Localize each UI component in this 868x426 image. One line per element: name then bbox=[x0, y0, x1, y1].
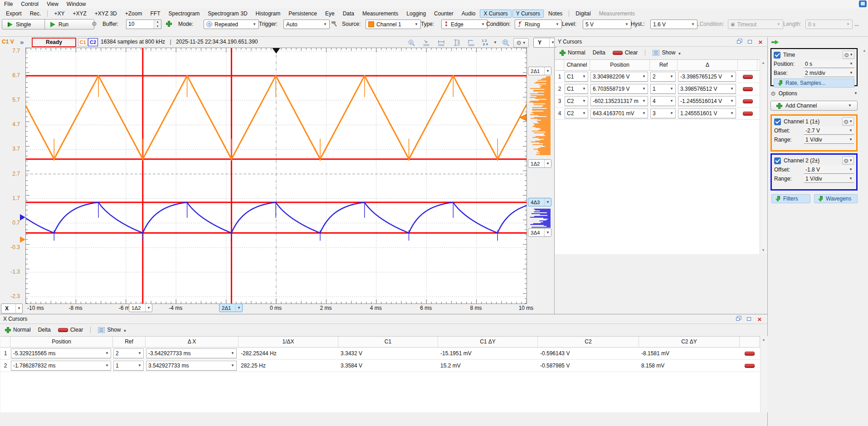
x-cursor-dx-select[interactable]: -3.542927733 ms▼ bbox=[146, 348, 237, 358]
source-select[interactable]: Channel 1 ▼ bbox=[366, 20, 421, 29]
trigger-setup-icon[interactable] bbox=[331, 20, 338, 29]
more-options[interactable]: ... bbox=[854, 18, 859, 30]
x-cursors-title[interactable]: X Cursors bbox=[0, 314, 767, 324]
x-cursor-dx-select[interactable]: 3.542927733 ms▼ bbox=[146, 361, 237, 371]
y-cursor-position-select[interactable]: -602.135231317 m▼ bbox=[590, 96, 648, 106]
run-button[interactable]: Run bbox=[44, 19, 94, 29]
time-position-select[interactable]: 0 s▼ bbox=[804, 60, 854, 68]
y-cursor-delta-select[interactable]: -1.2455516014 V▼ bbox=[678, 96, 736, 106]
x-add-normal-button[interactable]: Normal bbox=[3, 326, 33, 334]
tab--xy[interactable]: +XY bbox=[50, 10, 68, 18]
channel1-offset-select[interactable]: -2.7 V▼ bbox=[804, 127, 854, 135]
tab-y-cursors[interactable]: Y Cursors bbox=[512, 10, 544, 18]
y-cursor-position-select[interactable]: 643.4163701 mV▼ bbox=[590, 108, 648, 118]
y-cursor-ref-select[interactable]: 2▼ bbox=[650, 72, 676, 82]
y-cursor-remove-button[interactable] bbox=[743, 75, 753, 79]
mode-select[interactable]: ◷ Repeated ▼ bbox=[204, 20, 259, 29]
y-cursor-delta-select[interactable]: 1.245551601 V▼ bbox=[678, 108, 736, 118]
channel1-badge[interactable]: C1 bbox=[78, 38, 88, 46]
corner-measure-icon[interactable] bbox=[466, 38, 476, 47]
restore-icon[interactable] bbox=[735, 39, 743, 45]
tab-data[interactable]: Data bbox=[339, 10, 358, 18]
plot-settings-button[interactable]: ⚙▼ bbox=[513, 38, 529, 48]
buffer-spin-arrows[interactable]: ▲▼ bbox=[154, 20, 161, 29]
tab--zoom[interactable]: +Zoom bbox=[122, 10, 146, 18]
x-restore-icon[interactable] bbox=[734, 316, 742, 322]
options-row[interactable]: ⚙ Options ▼ bbox=[770, 89, 858, 98]
tab-counter[interactable]: Counter bbox=[430, 10, 457, 18]
y-clear-button[interactable]: Clear bbox=[610, 49, 640, 57]
y-cursor-channel-select[interactable]: C2▼ bbox=[565, 108, 588, 118]
hysteresis-select[interactable]: 1.6 V ▼ bbox=[650, 20, 697, 29]
cursor-handle-2δ1[interactable]: 2Δ1▼ bbox=[528, 67, 551, 75]
y-cursor-ref-select[interactable]: 1▼ bbox=[650, 84, 676, 94]
tab-fft[interactable]: FFT bbox=[146, 10, 164, 18]
type-select[interactable]: Edge ▼ bbox=[441, 20, 488, 29]
tab-notes[interactable]: Notes bbox=[545, 10, 566, 18]
y-cursor-channel-select[interactable]: C1▼ bbox=[565, 72, 588, 82]
x-show-button[interactable]: Show▼ bbox=[96, 326, 129, 334]
time-settings-button[interactable]: ⚙▼ bbox=[843, 51, 854, 59]
y-axis-button[interactable]: Y ▼ bbox=[533, 38, 556, 48]
x-clear-button[interactable]: Clear bbox=[56, 326, 86, 334]
y-show-button[interactable]: Show▼ bbox=[650, 49, 683, 57]
tab-export[interactable]: Export bbox=[2, 10, 25, 18]
filters-button[interactable]: Filters bbox=[771, 194, 810, 203]
lcondition-select[interactable]: ▣ Timeout ▼ bbox=[728, 20, 783, 29]
y-cursor-channel-select[interactable]: C1▼ bbox=[565, 84, 588, 94]
channel2-checkbox[interactable] bbox=[774, 157, 781, 164]
y-add-delta-button[interactable]: Delta bbox=[590, 49, 608, 57]
plot-canvas[interactable] bbox=[25, 48, 527, 304]
y-cursor-position-select[interactable]: 6.703558719 V▼ bbox=[590, 84, 648, 94]
tab-measurements[interactable]: Measurements bbox=[595, 10, 639, 18]
y-cursor-remove-button[interactable] bbox=[743, 87, 753, 91]
tab-x-cursors[interactable]: X Cursors bbox=[480, 10, 511, 18]
menu-view[interactable]: View bbox=[43, 0, 63, 9]
condition-select[interactable]: Rising ▼ bbox=[515, 20, 562, 29]
channel1-range-select[interactable]: 1 V/div▼ bbox=[804, 136, 854, 144]
cursor-handle-2δ1[interactable]: 2Δ1▼ bbox=[219, 304, 243, 312]
cursor-handle-3δ4[interactable]: 3Δ4▼ bbox=[528, 228, 551, 237]
tab-eye[interactable]: Eye bbox=[322, 10, 338, 18]
add-mode-icon[interactable] bbox=[166, 21, 172, 27]
channel2-offset-select[interactable]: -1.8 V▼ bbox=[804, 166, 854, 174]
x-cursor-ref-select[interactable]: 2▼ bbox=[113, 348, 144, 358]
x-cursor-position-select[interactable]: -5.329215565 ms▼ bbox=[11, 348, 111, 358]
channel2-range-select[interactable]: 1 V/div▼ bbox=[804, 175, 854, 183]
tab-spectrogram[interactable]: Spectrogram bbox=[165, 10, 203, 18]
y-cursor-channel-select[interactable]: C2▼ bbox=[565, 96, 588, 106]
x-cursors-scrollbar[interactable]: ▲ bbox=[760, 336, 768, 412]
buffer-gear-icon[interactable]: ⚙ bbox=[92, 21, 97, 27]
y-cursors-scrollbar[interactable]: ▲ ▼ bbox=[760, 59, 767, 254]
x-cursor-remove-button[interactable] bbox=[745, 364, 755, 368]
tab-spectrogram-3d[interactable]: Spectrogram 3D bbox=[204, 10, 251, 18]
tab-measurements[interactable]: Measurements bbox=[359, 10, 402, 18]
sidebar-collapse-icon[interactable] bbox=[771, 40, 779, 44]
y-add-normal-button[interactable]: Normal bbox=[557, 49, 588, 57]
y-cursor-position-select[interactable]: 3.304982206 V▼ bbox=[590, 72, 648, 82]
length-select[interactable]: 0 s ▼ bbox=[805, 20, 853, 29]
tab-logging[interactable]: Logging bbox=[403, 10, 429, 18]
tab-audio[interactable]: Audio bbox=[458, 10, 479, 18]
app-window-icon[interactable] bbox=[859, 0, 867, 7]
zoom-grid-icon[interactable] bbox=[501, 38, 511, 47]
tab-rec-[interactable]: Rec. bbox=[26, 10, 45, 18]
tab-digital[interactable]: Digital bbox=[572, 10, 594, 18]
vertical-measure-icon[interactable] bbox=[451, 38, 461, 47]
buffer-spinbox[interactable]: 10 ▲▼ bbox=[126, 20, 161, 29]
channel2-badge[interactable]: C2 bbox=[88, 38, 98, 46]
close-icon[interactable]: × bbox=[756, 39, 765, 45]
sidebar-scroll-up[interactable]: ▲ bbox=[863, 49, 866, 53]
y-cursor-ref-select[interactable]: 4▼ bbox=[650, 96, 676, 106]
pointer-measure-icon[interactable] bbox=[421, 38, 431, 47]
level-select[interactable]: 5 V ▼ bbox=[583, 20, 631, 29]
x-maximize-icon[interactable] bbox=[745, 316, 753, 322]
time-checkbox[interactable] bbox=[774, 52, 780, 59]
rate-samples-button[interactable]: Rate, Samples... bbox=[774, 78, 854, 88]
channel1-zero-marker[interactable] bbox=[20, 236, 25, 243]
channel1-settings-button[interactable]: ⚙▼ bbox=[842, 118, 854, 126]
channel2-zero-marker[interactable] bbox=[20, 214, 25, 220]
tab--xyz[interactable]: +XYZ bbox=[69, 10, 90, 18]
tab-persistence[interactable]: Persistence bbox=[285, 10, 321, 18]
time-base-select[interactable]: 2 ms/div▼ bbox=[804, 69, 854, 77]
